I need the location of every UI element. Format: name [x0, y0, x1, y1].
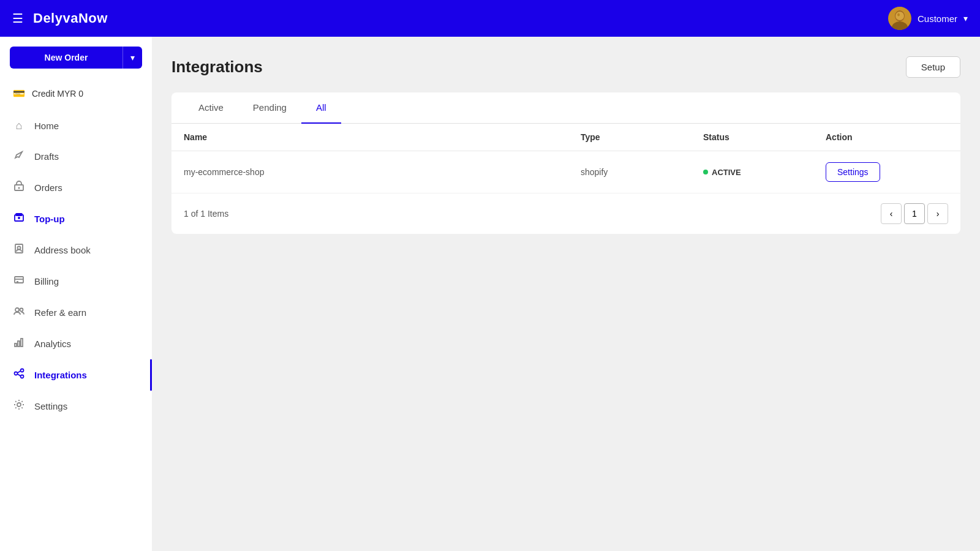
current-page-button[interactable]: 1	[904, 203, 925, 224]
col-header-action: Action	[826, 132, 948, 142]
page-header: Integrations Setup	[172, 56, 960, 78]
table-row: my-ecommerce-shop shopify ACTIVE Setting…	[172, 151, 960, 193]
topnav-right: Customer ▾	[888, 7, 968, 30]
pagination-info: 1 of 1 Items	[184, 209, 876, 219]
integrations-icon	[12, 368, 26, 382]
credit-label: Credit MYR 0	[32, 89, 83, 99]
topup-icon	[12, 212, 26, 226]
sidebar: New Order ▾ Credit MYR 0 ⌂ Home Drafts	[0, 37, 152, 551]
sidebar-item-settings[interactable]: Settings	[0, 391, 152, 422]
new-order-chevron-button[interactable]: ▾	[123, 47, 142, 69]
setup-button[interactable]: Setup	[906, 56, 960, 78]
sidebar-item-refer-earn[interactable]: Refer & earn	[0, 297, 152, 328]
sidebar-item-billing[interactable]: Billing	[0, 266, 152, 297]
menu-icon[interactable]: ☰	[12, 11, 23, 26]
pagination-row: 1 of 1 Items ‹ 1 ›	[172, 193, 960, 234]
sidebar-item-drafts-label: Drafts	[34, 151, 59, 162]
page-title: Integrations	[172, 58, 263, 77]
pagination-controls: ‹ 1 ›	[881, 203, 948, 224]
sidebar-item-integrations[interactable]: Integrations	[0, 359, 152, 391]
col-header-status: Status	[703, 132, 826, 142]
svg-point-24	[21, 375, 24, 378]
drafts-icon	[12, 149, 26, 163]
row-action: Settings	[826, 162, 948, 182]
svg-point-23	[21, 369, 24, 372]
sidebar-item-drafts[interactable]: Drafts	[0, 141, 152, 172]
svg-point-7	[18, 187, 20, 189]
svg-point-22	[15, 372, 18, 375]
table-header: Name Type Status Action	[172, 124, 960, 151]
refer-earn-icon	[12, 305, 26, 320]
svg-rect-19	[15, 343, 17, 347]
tab-active[interactable]: Active	[184, 92, 238, 124]
svg-point-27	[17, 403, 21, 407]
tabs: Active Pending All	[172, 92, 960, 124]
sidebar-item-topup[interactable]: Top-up	[0, 203, 152, 234]
svg-point-3	[895, 12, 904, 20]
address-book-icon	[12, 243, 26, 257]
user-menu-chevron[interactable]: ▾	[963, 13, 968, 23]
svg-rect-21	[21, 339, 23, 347]
avatar	[888, 7, 911, 30]
row-name: my-ecommerce-shop	[184, 167, 581, 177]
logo: DelyvaNow	[33, 10, 108, 26]
sidebar-item-integrations-label: Integrations	[34, 370, 87, 380]
svg-rect-14	[15, 277, 23, 283]
sidebar-item-topup-label: Top-up	[34, 214, 65, 224]
new-order-group: New Order ▾	[10, 47, 142, 69]
sidebar-item-settings-label: Settings	[34, 401, 67, 411]
svg-rect-20	[18, 341, 20, 347]
home-icon: ⌂	[12, 119, 26, 132]
new-order-button[interactable]: New Order	[10, 47, 123, 69]
analytics-icon	[12, 337, 26, 351]
svg-line-26	[18, 374, 21, 376]
sidebar-item-analytics[interactable]: Analytics	[0, 328, 152, 359]
tab-pending[interactable]: Pending	[238, 92, 301, 124]
topnav: ☰ DelyvaNow Customer ▾	[0, 0, 980, 37]
svg-point-18	[20, 309, 23, 312]
user-name-label: Customer	[918, 13, 957, 24]
layout: New Order ▾ Credit MYR 0 ⌂ Home Drafts	[0, 37, 980, 551]
row-settings-button[interactable]: Settings	[826, 162, 880, 182]
credit-bar: Credit MYR 0	[0, 81, 152, 106]
status-badge: ACTIVE	[703, 168, 826, 177]
sidebar-item-home-label: Home	[34, 121, 59, 131]
settings-icon	[12, 399, 26, 413]
orders-icon	[12, 181, 26, 195]
row-status: ACTIVE	[703, 168, 826, 177]
sidebar-item-orders[interactable]: Orders	[0, 172, 152, 203]
sidebar-item-address-book[interactable]: Address book	[0, 234, 152, 266]
sidebar-item-orders-label: Orders	[34, 182, 62, 193]
sidebar-item-home[interactable]: ⌂ Home	[0, 111, 152, 141]
svg-point-4	[897, 13, 900, 17]
main-content: Integrations Setup Active Pending All Na…	[152, 37, 980, 551]
next-page-button[interactable]: ›	[927, 203, 948, 224]
billing-icon	[12, 274, 26, 288]
status-dot	[703, 170, 708, 174]
svg-point-5	[21, 151, 23, 152]
sidebar-item-refer-earn-label: Refer & earn	[34, 307, 86, 318]
svg-point-17	[15, 308, 19, 312]
col-header-type: Type	[581, 132, 703, 142]
svg-line-25	[18, 371, 21, 373]
integrations-card: Active Pending All Name Type Status Acti…	[172, 92, 960, 234]
sidebar-item-address-book-label: Address book	[34, 245, 91, 255]
row-type: shopify	[581, 167, 703, 177]
sidebar-item-analytics-label: Analytics	[34, 339, 71, 349]
sidebar-item-billing-label: Billing	[34, 276, 59, 287]
tab-all[interactable]: All	[301, 92, 341, 124]
credit-icon	[12, 87, 26, 100]
prev-page-button[interactable]: ‹	[881, 203, 902, 224]
col-header-name: Name	[184, 132, 581, 142]
status-label: ACTIVE	[712, 168, 741, 177]
